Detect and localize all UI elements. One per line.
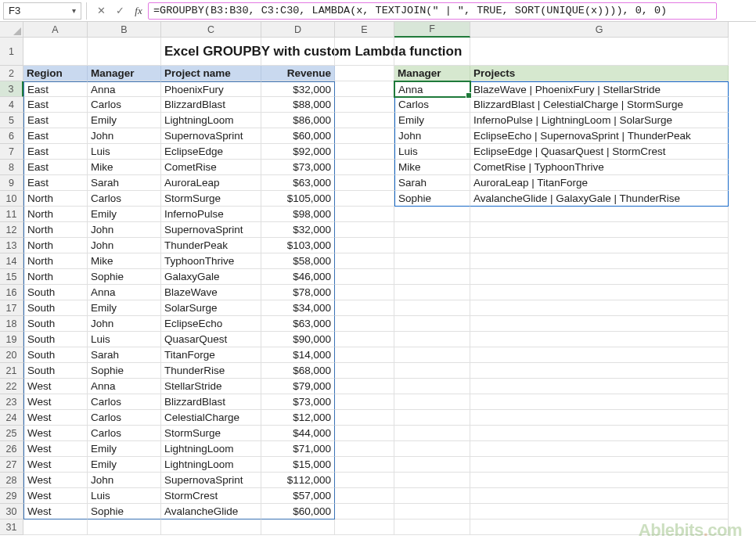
cell-F29[interactable] <box>394 488 470 504</box>
cell-B22[interactable]: Anna <box>88 379 161 394</box>
cell-F30[interactable] <box>394 504 470 519</box>
row-header-19[interactable]: 19 <box>0 332 23 347</box>
cell-E23[interactable] <box>335 394 394 410</box>
row-header-31[interactable]: 31 <box>0 519 23 535</box>
cell-A24[interactable]: West <box>23 410 88 426</box>
cell-C2[interactable]: Project name <box>161 66 261 81</box>
cell-G8[interactable]: CometRise | TyphoonThrive <box>470 160 729 175</box>
cell-B27[interactable]: Emily <box>88 457 161 473</box>
cell-C25[interactable]: StormSurge <box>161 426 261 441</box>
row-header-14[interactable]: 14 <box>0 253 23 269</box>
cell-A21[interactable]: South <box>23 363 88 379</box>
cell-D5[interactable]: $86,000 <box>261 113 335 128</box>
cell-D7[interactable]: $92,000 <box>261 144 335 160</box>
cell-B7[interactable]: Luis <box>88 144 161 160</box>
col-header-C[interactable]: C <box>161 22 261 38</box>
cell-B21[interactable]: Sophie <box>88 363 161 379</box>
col-header-F[interactable]: F <box>394 22 470 38</box>
cell-E26[interactable] <box>335 441 394 457</box>
cell-G24[interactable] <box>470 410 729 426</box>
cell-G22[interactable] <box>470 379 729 394</box>
cell-D15[interactable]: $46,000 <box>261 269 335 285</box>
cell-D6[interactable]: $60,000 <box>261 128 335 144</box>
cell-C27[interactable]: LightningLoom <box>161 457 261 473</box>
cell-B14[interactable]: Mike <box>88 253 161 269</box>
cell-B16[interactable]: Anna <box>88 285 161 300</box>
cell-C21[interactable]: ThunderRise <box>161 363 261 379</box>
cell-G14[interactable] <box>470 253 729 269</box>
row-header-4[interactable]: 4 <box>0 97 23 113</box>
cell-F28[interactable] <box>394 473 470 488</box>
cell-G30[interactable] <box>470 504 729 519</box>
cell-A28[interactable]: West <box>23 473 88 488</box>
cell-G10[interactable]: AvalancheGlide | GalaxyGale | ThunderRis… <box>470 191 729 207</box>
cell-D8[interactable]: $73,000 <box>261 160 335 175</box>
row-header-20[interactable]: 20 <box>0 347 23 363</box>
cell-A7[interactable]: East <box>23 144 88 160</box>
cell-E10[interactable] <box>335 191 394 207</box>
cell-E16[interactable] <box>335 285 394 300</box>
cell-D1[interactable] <box>261 38 335 66</box>
cell-A29[interactable]: West <box>23 488 88 504</box>
cell-B1[interactable] <box>88 38 161 66</box>
row-header-15[interactable]: 15 <box>0 269 23 285</box>
cell-G28[interactable] <box>470 473 729 488</box>
cell-E9[interactable] <box>335 175 394 191</box>
cell-A13[interactable]: North <box>23 238 88 253</box>
cell-C16[interactable]: BlazeWave <box>161 285 261 300</box>
col-header-D[interactable]: D <box>261 22 335 38</box>
cell-G16[interactable] <box>470 285 729 300</box>
col-header-A[interactable]: A <box>23 22 88 38</box>
row-header-17[interactable]: 17 <box>0 300 23 316</box>
cell-G18[interactable] <box>470 316 729 332</box>
cell-F2[interactable]: Manager <box>394 66 470 81</box>
row-header-30[interactable]: 30 <box>0 504 23 519</box>
cell-B26[interactable]: Emily <box>88 441 161 457</box>
cell-A9[interactable]: East <box>23 175 88 191</box>
cell-B11[interactable]: Emily <box>88 207 161 222</box>
row-header-27[interactable]: 27 <box>0 457 23 473</box>
cell-C29[interactable]: StormCrest <box>161 488 261 504</box>
cell-F25[interactable] <box>394 426 470 441</box>
cell-A20[interactable]: South <box>23 347 88 363</box>
cell-B2[interactable]: Manager <box>88 66 161 81</box>
page-title[interactable]: Excel GROUPBY with custom Lambda functio… <box>161 38 261 66</box>
cell-E7[interactable] <box>335 144 394 160</box>
cell-D10[interactable]: $105,000 <box>261 191 335 207</box>
cell-E27[interactable] <box>335 457 394 473</box>
cell-C20[interactable]: TitanForge <box>161 347 261 363</box>
cell-B8[interactable]: Mike <box>88 160 161 175</box>
cell-E31[interactable] <box>335 519 394 535</box>
cell-D18[interactable]: $63,000 <box>261 316 335 332</box>
cell-D4[interactable]: $88,000 <box>261 97 335 113</box>
cell-F21[interactable] <box>394 363 470 379</box>
cell-F16[interactable] <box>394 285 470 300</box>
cell-B9[interactable]: Sarah <box>88 175 161 191</box>
cancel-icon[interactable]: ✕ <box>92 2 110 20</box>
cell-E13[interactable] <box>335 238 394 253</box>
cell-E5[interactable] <box>335 113 394 128</box>
cell-E18[interactable] <box>335 316 394 332</box>
cell-G17[interactable] <box>470 300 729 316</box>
cell-C24[interactable]: CelestialCharge <box>161 410 261 426</box>
cell-A14[interactable]: North <box>23 253 88 269</box>
cell-D30[interactable]: $60,000 <box>261 504 335 519</box>
cell-F7[interactable]: Luis <box>394 144 470 160</box>
cell-D26[interactable]: $71,000 <box>261 441 335 457</box>
cell-C11[interactable]: InfernoPulse <box>161 207 261 222</box>
cell-G2[interactable]: Projects <box>470 66 729 81</box>
cell-G26[interactable] <box>470 441 729 457</box>
row-header-16[interactable]: 16 <box>0 285 23 300</box>
row-header-5[interactable]: 5 <box>0 113 23 128</box>
cell-A17[interactable]: South <box>23 300 88 316</box>
cell-C26[interactable]: LightningLoom <box>161 441 261 457</box>
row-header-23[interactable]: 23 <box>0 394 23 410</box>
cell-B19[interactable]: Luis <box>88 332 161 347</box>
fx-icon[interactable]: fx <box>129 2 148 20</box>
row-header-10[interactable]: 10 <box>0 191 23 207</box>
cell-F26[interactable] <box>394 441 470 457</box>
row-header-11[interactable]: 11 <box>0 207 23 222</box>
cell-E21[interactable] <box>335 363 394 379</box>
cell-A11[interactable]: North <box>23 207 88 222</box>
row-header-24[interactable]: 24 <box>0 410 23 426</box>
